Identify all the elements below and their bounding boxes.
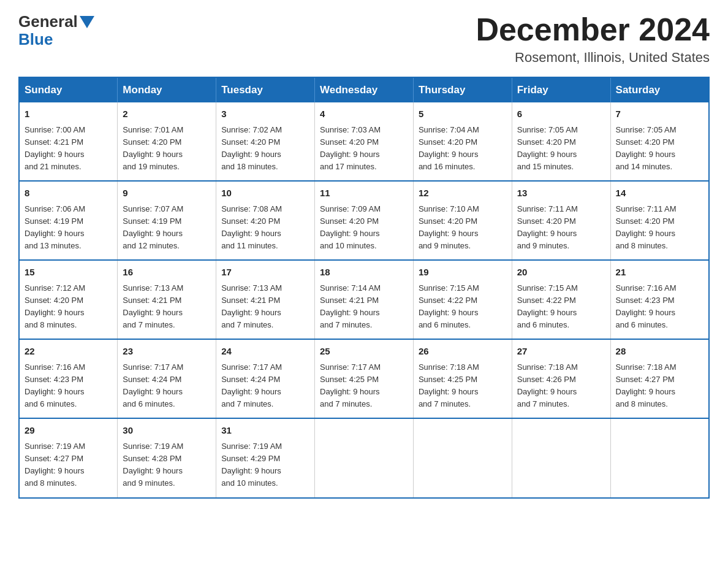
day-number: 6 xyxy=(517,107,605,121)
day-number: 21 xyxy=(616,266,703,280)
calendar-cell: 18Sunrise: 7:14 AMSunset: 4:21 PMDayligh… xyxy=(315,260,414,339)
day-info: Sunrise: 7:02 AMSunset: 4:20 PMDaylight:… xyxy=(221,124,309,174)
day-header-sunday: Sunday xyxy=(19,77,118,102)
calendar-cell: 20Sunrise: 7:15 AMSunset: 4:22 PMDayligh… xyxy=(512,260,610,339)
day-info: Sunrise: 7:01 AMSunset: 4:20 PMDaylight:… xyxy=(123,124,211,174)
day-info: Sunrise: 7:06 AMSunset: 4:19 PMDaylight:… xyxy=(25,203,112,253)
logo: General Blue xyxy=(18,12,96,49)
page-title: December 2024 xyxy=(476,12,710,47)
day-info: Sunrise: 7:03 AMSunset: 4:20 PMDaylight:… xyxy=(320,124,408,174)
page-header: General Blue December 2024 Rosemont, Ill… xyxy=(18,12,710,66)
calendar-week-2: 8Sunrise: 7:06 AMSunset: 4:19 PMDaylight… xyxy=(19,181,709,260)
day-info: Sunrise: 7:17 AMSunset: 4:25 PMDaylight:… xyxy=(320,361,408,411)
calendar-cell: 10Sunrise: 7:08 AMSunset: 4:20 PMDayligh… xyxy=(216,181,315,260)
day-number: 3 xyxy=(221,107,309,121)
page-subtitle: Rosemont, Illinois, United States xyxy=(476,50,710,66)
day-number: 7 xyxy=(616,107,703,121)
day-number: 26 xyxy=(419,345,507,359)
day-number: 8 xyxy=(25,186,112,201)
day-number: 24 xyxy=(221,345,309,359)
day-info: Sunrise: 7:18 AMSunset: 4:26 PMDaylight:… xyxy=(517,361,605,411)
logo-general-text: General xyxy=(18,12,78,31)
calendar-cell: 28Sunrise: 7:18 AMSunset: 4:27 PMDayligh… xyxy=(610,339,709,418)
day-number: 2 xyxy=(123,107,211,121)
calendar-cell: 2Sunrise: 7:01 AMSunset: 4:20 PMDaylight… xyxy=(118,102,216,181)
day-info: Sunrise: 7:08 AMSunset: 4:20 PMDaylight:… xyxy=(221,203,309,253)
calendar-week-3: 15Sunrise: 7:12 AMSunset: 4:20 PMDayligh… xyxy=(19,260,709,339)
calendar-cell: 19Sunrise: 7:15 AMSunset: 4:22 PMDayligh… xyxy=(413,260,512,339)
calendar-cell: 16Sunrise: 7:13 AMSunset: 4:21 PMDayligh… xyxy=(118,260,216,339)
calendar-cell: 21Sunrise: 7:16 AMSunset: 4:23 PMDayligh… xyxy=(610,260,709,339)
title-block: December 2024 Rosemont, Illinois, United… xyxy=(476,12,710,66)
calendar-cell: 14Sunrise: 7:11 AMSunset: 4:20 PMDayligh… xyxy=(610,181,709,260)
day-info: Sunrise: 7:15 AMSunset: 4:22 PMDaylight:… xyxy=(419,282,507,332)
day-number: 4 xyxy=(320,107,408,121)
day-info: Sunrise: 7:13 AMSunset: 4:21 PMDaylight:… xyxy=(123,282,211,332)
calendar-cell xyxy=(413,418,512,497)
calendar-cell: 3Sunrise: 7:02 AMSunset: 4:20 PMDaylight… xyxy=(216,102,315,181)
calendar-cell: 7Sunrise: 7:05 AMSunset: 4:20 PMDaylight… xyxy=(610,102,709,181)
day-info: Sunrise: 7:13 AMSunset: 4:21 PMDaylight:… xyxy=(221,282,309,332)
day-number: 1 xyxy=(25,107,112,121)
calendar-cell: 29Sunrise: 7:19 AMSunset: 4:27 PMDayligh… xyxy=(19,418,118,497)
day-number: 27 xyxy=(517,345,605,359)
day-number: 25 xyxy=(320,345,408,359)
calendar-cell: 1Sunrise: 7:00 AMSunset: 4:21 PMDaylight… xyxy=(19,102,118,181)
calendar-cell: 31Sunrise: 7:19 AMSunset: 4:29 PMDayligh… xyxy=(216,418,315,497)
day-info: Sunrise: 7:10 AMSunset: 4:20 PMDaylight:… xyxy=(419,203,507,253)
calendar-cell: 27Sunrise: 7:18 AMSunset: 4:26 PMDayligh… xyxy=(512,339,610,418)
calendar-cell: 12Sunrise: 7:10 AMSunset: 4:20 PMDayligh… xyxy=(413,181,512,260)
calendar-cell xyxy=(610,418,709,497)
day-number: 14 xyxy=(616,186,703,201)
calendar-cell xyxy=(315,418,414,497)
calendar-cell: 5Sunrise: 7:04 AMSunset: 4:20 PMDaylight… xyxy=(413,102,512,181)
day-info: Sunrise: 7:04 AMSunset: 4:20 PMDaylight:… xyxy=(419,124,507,174)
day-info: Sunrise: 7:19 AMSunset: 4:29 PMDaylight:… xyxy=(221,440,309,490)
calendar-table: SundayMondayTuesdayWednesdayThursdayFrid… xyxy=(18,77,710,498)
day-number: 20 xyxy=(517,266,605,280)
day-number: 31 xyxy=(221,424,309,438)
calendar-week-5: 29Sunrise: 7:19 AMSunset: 4:27 PMDayligh… xyxy=(19,418,709,497)
calendar-header: SundayMondayTuesdayWednesdayThursdayFrid… xyxy=(19,77,709,102)
calendar-cell: 22Sunrise: 7:16 AMSunset: 4:23 PMDayligh… xyxy=(19,339,118,418)
day-header-tuesday: Tuesday xyxy=(216,77,315,102)
day-info: Sunrise: 7:18 AMSunset: 4:25 PMDaylight:… xyxy=(419,361,507,411)
day-info: Sunrise: 7:16 AMSunset: 4:23 PMDaylight:… xyxy=(616,282,703,332)
day-number: 17 xyxy=(221,266,309,280)
day-number: 18 xyxy=(320,266,408,280)
calendar-cell xyxy=(512,418,610,497)
logo-triangle-icon xyxy=(80,16,94,28)
day-info: Sunrise: 7:19 AMSunset: 4:27 PMDaylight:… xyxy=(25,440,112,490)
day-info: Sunrise: 7:14 AMSunset: 4:21 PMDaylight:… xyxy=(320,282,408,332)
day-number: 9 xyxy=(123,186,211,201)
day-number: 29 xyxy=(25,424,112,438)
day-info: Sunrise: 7:18 AMSunset: 4:27 PMDaylight:… xyxy=(616,361,703,411)
calendar-cell: 24Sunrise: 7:17 AMSunset: 4:24 PMDayligh… xyxy=(216,339,315,418)
day-number: 30 xyxy=(123,424,211,438)
calendar-cell: 8Sunrise: 7:06 AMSunset: 4:19 PMDaylight… xyxy=(19,181,118,260)
day-number: 23 xyxy=(123,345,211,359)
calendar-cell: 23Sunrise: 7:17 AMSunset: 4:24 PMDayligh… xyxy=(118,339,216,418)
calendar-cell: 17Sunrise: 7:13 AMSunset: 4:21 PMDayligh… xyxy=(216,260,315,339)
day-number: 12 xyxy=(419,186,507,201)
day-header-wednesday: Wednesday xyxy=(315,77,414,102)
day-headers-row: SundayMondayTuesdayWednesdayThursdayFrid… xyxy=(19,77,709,102)
calendar-cell: 4Sunrise: 7:03 AMSunset: 4:20 PMDaylight… xyxy=(315,102,414,181)
day-number: 19 xyxy=(419,266,507,280)
logo-blue-text: Blue xyxy=(18,30,53,49)
day-info: Sunrise: 7:00 AMSunset: 4:21 PMDaylight:… xyxy=(25,124,112,174)
day-info: Sunrise: 7:17 AMSunset: 4:24 PMDaylight:… xyxy=(123,361,211,411)
day-number: 16 xyxy=(123,266,211,280)
calendar-cell: 9Sunrise: 7:07 AMSunset: 4:19 PMDaylight… xyxy=(118,181,216,260)
day-info: Sunrise: 7:11 AMSunset: 4:20 PMDaylight:… xyxy=(616,203,703,253)
day-info: Sunrise: 7:05 AMSunset: 4:20 PMDaylight:… xyxy=(517,124,605,174)
day-info: Sunrise: 7:12 AMSunset: 4:20 PMDaylight:… xyxy=(25,282,112,332)
day-header-saturday: Saturday xyxy=(610,77,709,102)
day-info: Sunrise: 7:05 AMSunset: 4:20 PMDaylight:… xyxy=(616,124,703,174)
day-header-thursday: Thursday xyxy=(413,77,512,102)
calendar-week-1: 1Sunrise: 7:00 AMSunset: 4:21 PMDaylight… xyxy=(19,102,709,181)
day-header-monday: Monday xyxy=(118,77,216,102)
day-header-friday: Friday xyxy=(512,77,610,102)
day-number: 13 xyxy=(517,186,605,201)
calendar-cell: 11Sunrise: 7:09 AMSunset: 4:20 PMDayligh… xyxy=(315,181,414,260)
